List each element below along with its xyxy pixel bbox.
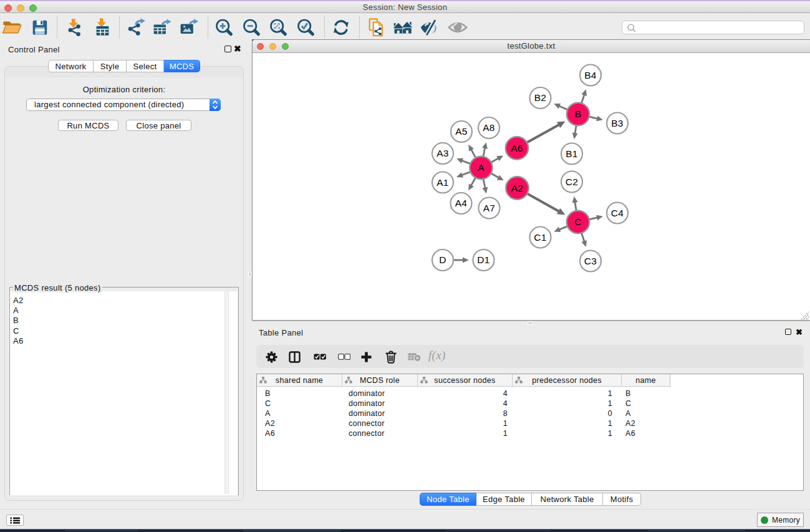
svg-text:A4: A4 (455, 198, 468, 208)
svg-text:A7: A7 (483, 203, 496, 213)
svg-text:B: B (575, 109, 582, 119)
svg-text:A6: A6 (511, 143, 523, 153)
svg-text:B4: B4 (584, 70, 597, 80)
svg-text:C3: C3 (584, 256, 597, 266)
svg-text:D1: D1 (477, 254, 489, 265)
svg-text:A1: A1 (436, 177, 449, 188)
svg-text:A3: A3 (436, 148, 449, 158)
svg-text:B2: B2 (534, 92, 547, 103)
svg-text:A2: A2 (511, 183, 524, 193)
svg-text:C1: C1 (534, 232, 546, 243)
svg-text:C2: C2 (566, 177, 578, 187)
svg-text:C4: C4 (611, 208, 624, 218)
svg-text:A8: A8 (483, 122, 495, 133)
svg-text:B3: B3 (611, 118, 624, 128)
svg-text:B1: B1 (566, 148, 578, 159)
svg-text:D: D (439, 254, 446, 265)
svg-text:A: A (478, 162, 485, 173)
svg-text:C: C (574, 216, 582, 227)
svg-text:A5: A5 (455, 126, 468, 137)
